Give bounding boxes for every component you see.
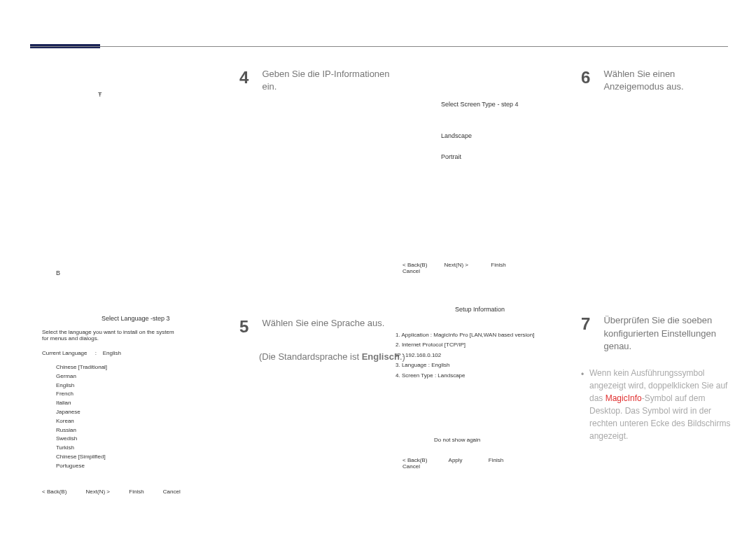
next-button[interactable]: Next(N) > — [444, 262, 468, 268]
back-button[interactable]: < Back(B) — [402, 457, 427, 463]
cancel-button[interactable]: Cancel — [402, 268, 420, 274]
step-6-header: 6 Wählen Sie einen Anzeigemodus aus. — [581, 68, 738, 93]
list-item[interactable]: Chinese [Simplified] — [56, 453, 210, 462]
step-7-text-b: konfigurierten Einstellungen genau. — [603, 328, 715, 351]
back-button[interactable]: < Back(B) — [402, 262, 427, 268]
current-language-label: Current Language — [42, 350, 88, 356]
option-portrait[interactable]: Portrait — [441, 153, 556, 160]
finish-button[interactable]: Finish — [489, 457, 503, 463]
list-item[interactable]: Turkish — [56, 444, 210, 453]
list-item[interactable]: French — [56, 390, 210, 399]
step-5-sub-prefix: (Die Standardsprache ist — [259, 351, 362, 362]
back-button[interactable]: < Back(B) — [42, 489, 66, 495]
cancel-button[interactable]: Cancel — [402, 463, 420, 470]
step-4-number: 4 — [239, 68, 259, 87]
step-5-subtext: (Die Standardsprache ist Englisch.) — [259, 351, 407, 363]
current-language-row: Current Language : English — [42, 350, 210, 356]
setup-info-row: 4. Screen Type : Landscape — [396, 371, 556, 381]
current-language-sep: : — [95, 350, 97, 356]
step-4-header: 4 Geben Sie die IP-Informationen ein. — [239, 68, 407, 93]
step-7-note: • Wenn kein Ausführungssymbol angezeigt … — [581, 367, 738, 442]
header-divider — [30, 46, 728, 47]
finish-button[interactable]: Finish — [129, 489, 144, 495]
glyph-t: Ŧ — [98, 91, 210, 98]
screen-type-options: Landscape Portrait — [441, 132, 556, 160]
step-5-number: 5 — [239, 317, 259, 337]
column-2: 4 Geben Sie die IP-Informationen ein. 5 … — [239, 68, 407, 364]
magicinfo-label: MagicInfo — [606, 393, 642, 403]
setup-info-row: IP : 192.168.0.102 — [396, 351, 556, 360]
setup-info-row: 3. Language : English — [396, 360, 556, 370]
list-item[interactable]: Portuguese — [56, 462, 210, 471]
column-1: Ŧ B Select Language -step 3 Select the l… — [42, 91, 210, 495]
list-item[interactable]: Swedish — [56, 435, 210, 444]
step-6-number: 6 — [581, 68, 601, 87]
step-5-header: 5 Wählen Sie eine Sprache aus. — [239, 317, 407, 337]
setup-info-row: 1. Application : MagicInfo Pro [LAN,WAN … — [396, 330, 556, 340]
list-item[interactable]: Italian — [56, 399, 210, 408]
button-row-screen: < Back(B) Next(N) > Finish Cancel — [402, 262, 556, 274]
do-not-show-checkbox[interactable]: Do not show again — [434, 437, 556, 443]
select-screen-type-title: Select Screen Type - step 4 — [441, 101, 556, 108]
step-7-header: 7 Überprüfen Sie die soeben konfiguriert… — [581, 314, 738, 353]
finish-button[interactable]: Finish — [491, 262, 505, 268]
step-4-text: Geben Sie die IP-Informationen ein. — [262, 68, 395, 93]
step-6-text: Wählen Sie einen Anzeigemodus aus. — [603, 68, 736, 93]
list-item[interactable]: Japanese — [56, 408, 210, 417]
setup-info-row: 2. Internet Protocol [TCP/IP] — [396, 340, 556, 350]
select-language-desc: Select the language you want to install … — [42, 329, 182, 342]
apply-button[interactable]: Apply — [449, 457, 463, 463]
column-4: 6 Wählen Sie einen Anzeigemodus aus. 7 Ü… — [581, 68, 738, 442]
glyph-b: B — [56, 269, 210, 276]
step-7-number: 7 — [581, 314, 601, 334]
list-item[interactable]: Chinese [Traditional] — [56, 363, 210, 372]
cancel-button[interactable]: Cancel — [163, 489, 181, 495]
current-language-value: English — [103, 350, 121, 356]
step-5-text: Wählen Sie eine Sprache aus. — [262, 317, 395, 330]
step-7-text: Überprüfen Sie die soeben konfigurierten… — [603, 314, 736, 353]
language-list: Chinese [Traditional] German English Fre… — [56, 363, 210, 471]
list-item[interactable]: German — [56, 372, 210, 381]
button-row-setup: < Back(B) Apply Finish Cancel — [402, 457, 556, 470]
list-item[interactable]: Russian — [56, 426, 210, 435]
button-row-lang: < Back(B) Next(N) > Finish Cancel — [42, 489, 210, 495]
bullet-icon: • — [581, 368, 584, 381]
list-item[interactable]: English — [56, 381, 210, 391]
next-button[interactable]: Next(N) > — [86, 489, 110, 495]
column-3: Select Screen Type - step 4 Landscape Po… — [388, 91, 556, 470]
setup-info-list: 1. Application : MagicInfo Pro [LAN,WAN … — [396, 330, 556, 381]
option-landscape[interactable]: Landscape — [441, 132, 556, 139]
select-language-title: Select Language -step 3 — [102, 315, 210, 322]
list-item[interactable]: Korean — [56, 417, 210, 426]
step-7-text-a: Überprüfen Sie die soeben — [603, 315, 712, 325]
setup-info-title: Setup Information — [455, 306, 556, 313]
